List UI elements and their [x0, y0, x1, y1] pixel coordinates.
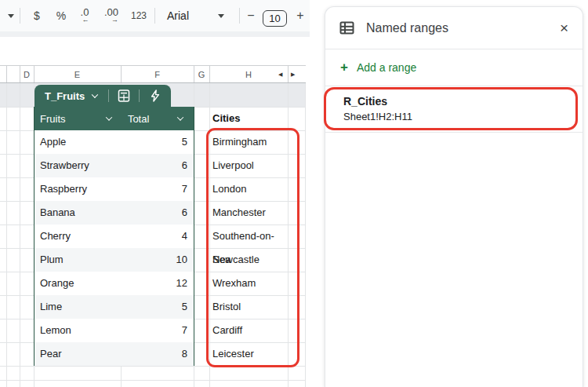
fruits-table[interactable]: Fruits Total Apple5Strawberry6Raspberry7…	[34, 107, 194, 366]
city-cell[interactable]: Liverpool	[212, 154, 287, 177]
lightning-bolt-icon	[150, 89, 161, 102]
fruit-total-cell[interactable]: 8	[182, 342, 194, 366]
city-cell[interactable]: Cardiff	[212, 319, 287, 342]
add-a-range-button[interactable]: + Add a range	[325, 49, 583, 86]
fruit-name-cell[interactable]: Lime	[34, 295, 62, 319]
cities-column-label[interactable]: Cities	[212, 107, 240, 130]
city-cell[interactable]: Southend-on-Sea	[212, 225, 287, 248]
fruit-total-cell[interactable]: 12	[176, 272, 194, 295]
fruit-name-cell[interactable]: Plum	[34, 248, 64, 272]
hidden-columns-right-arrow-icon[interactable]: ▶	[291, 66, 295, 83]
fruit-total-cell[interactable]: 4	[182, 225, 194, 248]
fruit-name-cell[interactable]: Banana	[34, 201, 75, 225]
fruit-row[interactable]: Raspberry7	[34, 177, 194, 201]
fruit-row[interactable]: Orange12	[34, 272, 194, 295]
close-icon[interactable]: ×	[560, 20, 568, 35]
fruits-table-body: Apple5Strawberry6Raspberry7Banana6Cherry…	[34, 130, 194, 366]
named-ranges-table-icon	[339, 20, 354, 35]
panel-header: Named ranges ×	[325, 7, 583, 49]
fruit-total-cell[interactable]: 10	[176, 248, 194, 272]
fruit-name-cell[interactable]: Strawberry	[34, 154, 89, 177]
column-header-D[interactable]: D	[20, 66, 34, 83]
fruit-total-cell[interactable]: 7	[182, 177, 194, 201]
font-family-caret-icon[interactable]	[215, 0, 227, 31]
grid-vline	[209, 83, 210, 387]
fruit-name-cell[interactable]: Lemon	[34, 319, 71, 342]
column-header-separator	[6, 66, 7, 82]
total-column-header[interactable]: Total	[122, 107, 194, 130]
fruit-total-cell[interactable]: 7	[182, 319, 194, 342]
city-cell[interactable]: Manchester	[212, 201, 287, 225]
fruit-name-cell[interactable]: Raspberry	[34, 177, 87, 201]
city-cell[interactable]: Bristol	[212, 295, 287, 319]
fruit-name-cell[interactable]: Pear	[34, 342, 61, 366]
fruit-row[interactable]: Lime5	[34, 295, 194, 319]
increase-font-size-button[interactable]: +	[294, 0, 307, 31]
plus-icon: +	[340, 60, 348, 75]
named-range-reference: Sheet1!H2:H11	[343, 110, 583, 123]
decrease-decimal-button[interactable]: .0←	[74, 0, 95, 31]
panel-divider	[325, 132, 583, 133]
table-tab-label: T_Fruits	[34, 90, 85, 102]
formatting-toolbar: $ % .0← .00→ 123 Arial − 10 +	[0, 0, 310, 31]
fruit-row[interactable]: Cherry4	[34, 225, 194, 248]
fruit-row[interactable]: Lemon7	[34, 319, 194, 342]
fruits-table-header-row[interactable]: Fruits Total	[34, 107, 194, 130]
fruit-total-cell[interactable]: 6	[182, 201, 194, 225]
fruits-column-header[interactable]: Fruits	[34, 107, 122, 130]
spreadsheet-area: $ % .0← .00→ 123 Arial − 10 + DEFGH◀▶ T_…	[0, 0, 311, 387]
fruit-name-cell[interactable]: Apple	[34, 130, 66, 154]
column-headers[interactable]: DEFGH◀▶	[0, 65, 306, 83]
fruit-row[interactable]: Plum10	[34, 248, 194, 272]
toolbar-bottom-edge	[0, 31, 310, 37]
named-range-entry[interactable]: R_CitiesSheet1!H2:H11	[325, 86, 583, 132]
fruit-row[interactable]: Apple5	[34, 130, 194, 154]
grid-hline	[0, 380, 306, 381]
fruit-total-cell[interactable]: 5	[182, 130, 194, 154]
column-header-E[interactable]: E	[34, 66, 121, 83]
increase-decimal-button[interactable]: .00→	[100, 0, 123, 31]
google-sheets-window: $ % .0← .00→ 123 Arial − 10 + DEFGH◀▶ T_…	[0, 0, 588, 387]
fruit-total-cell[interactable]: 5	[182, 295, 194, 319]
city-cell[interactable]: Birmingham	[212, 130, 287, 154]
table-quick-actions-button[interactable]	[140, 89, 171, 102]
fruit-name-cell[interactable]: Orange	[34, 272, 74, 295]
format-percent-button[interactable]: %	[54, 0, 68, 31]
grid-hline	[0, 366, 306, 367]
grid-vline	[6, 83, 7, 387]
named-range-name: R_Cities	[343, 94, 583, 108]
format-currency-button[interactable]: $	[30, 0, 44, 31]
font-size-input[interactable]: 10	[263, 10, 287, 27]
grid-vline	[305, 83, 306, 387]
hidden-columns-left-arrow-icon[interactable]: ◀	[278, 66, 282, 83]
side-panel-region: Named ranges × + Add a range R_CitiesShe…	[311, 0, 588, 387]
column-header-F[interactable]: F	[121, 66, 194, 83]
named-ranges-panel: Named ranges × + Add a range R_CitiesShe…	[325, 6, 583, 387]
spreadsheet-grid[interactable]: T_Fruits	[0, 83, 306, 387]
fruit-row[interactable]: Pear8	[34, 342, 194, 366]
toolbar-separator	[20, 8, 20, 24]
grid-vline	[20, 83, 20, 387]
chevron-down-icon	[106, 114, 112, 120]
font-family-selector[interactable]: Arial	[163, 0, 213, 31]
table-tab-tfruits[interactable]: T_Fruits	[34, 85, 171, 107]
column-header-G[interactable]: G	[194, 66, 209, 83]
grid-vline	[288, 83, 289, 387]
calculator-icon	[118, 89, 130, 102]
decrease-font-size-button[interactable]: −	[245, 0, 257, 31]
more-formats-button[interactable]: 123	[128, 0, 150, 31]
city-cell[interactable]: Wrexham	[212, 272, 287, 295]
city-cell[interactable]: Newcastle	[212, 248, 287, 272]
fruit-name-cell[interactable]: Cherry	[34, 225, 71, 248]
fruit-row[interactable]: Strawberry6	[34, 154, 194, 177]
left-arrow-icon: ←	[82, 16, 89, 24]
chevron-down-icon	[92, 91, 98, 97]
toolbar-overflow-caret-icon[interactable]	[5, 0, 17, 31]
fruit-total-cell[interactable]: 6	[182, 154, 194, 177]
city-cell[interactable]: Leicester	[212, 342, 287, 366]
table-calculator-button[interactable]	[109, 89, 139, 102]
city-cell[interactable]: London	[212, 177, 287, 201]
fruit-row[interactable]: Banana6	[34, 201, 194, 225]
toolbar-separator	[154, 8, 155, 24]
column-header-H[interactable]: H	[209, 66, 288, 83]
